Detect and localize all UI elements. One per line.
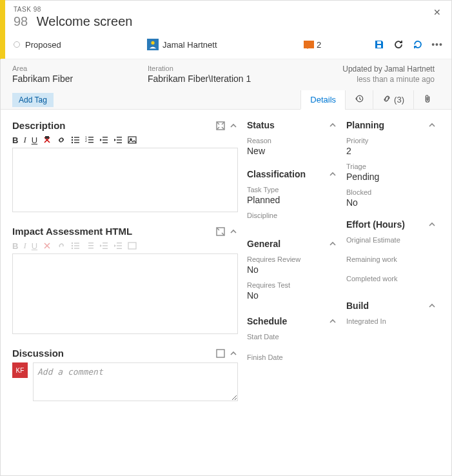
collapse-icon[interactable]	[328, 317, 337, 326]
attachment-icon	[423, 94, 432, 105]
svg-rect-40	[217, 350, 224, 357]
svg-rect-37	[117, 245, 122, 246]
tasktype-value[interactable]: Planned	[247, 195, 337, 205]
priority-value[interactable]: 2	[346, 146, 437, 156]
updated-time: less than a minute ago	[283, 75, 435, 84]
close-icon[interactable]: ✕	[433, 7, 441, 17]
reason-value[interactable]: New	[247, 146, 337, 156]
integrated-label: Integrated In	[346, 317, 437, 325]
svg-rect-17	[103, 143, 108, 143]
remove-format-button[interactable]	[43, 241, 52, 250]
collapse-icon[interactable]	[427, 301, 437, 310]
svg-rect-32	[88, 248, 93, 248]
avatar-icon	[147, 39, 159, 50]
underline-button[interactable]: U	[32, 241, 37, 251]
state-dot-icon	[14, 41, 20, 48]
italic-button[interactable]: I	[23, 135, 26, 145]
description-toolbar: B I U 12	[12, 135, 238, 145]
bullet-list-button[interactable]	[71, 135, 80, 144]
number-list-button[interactable]	[85, 241, 94, 250]
indent-button[interactable]	[113, 241, 123, 250]
tab-links[interactable]: (3)	[373, 90, 413, 109]
collapse-icon[interactable]	[229, 121, 238, 130]
italic-button[interactable]: I	[23, 241, 26, 251]
fullscreen-icon[interactable]	[216, 349, 225, 358]
svg-point-6	[72, 142, 73, 143]
svg-rect-21	[128, 137, 136, 143]
status-header: Status	[247, 120, 337, 130]
refresh-icon[interactable]	[393, 39, 404, 50]
svg-rect-34	[103, 245, 108, 246]
tab-attachments[interactable]	[413, 90, 441, 109]
svg-rect-39	[128, 243, 136, 249]
number-list-button[interactable]: 12	[85, 135, 94, 144]
bullet-list-button[interactable]	[71, 241, 80, 250]
classification-header: Classification	[247, 169, 337, 179]
state-dropdown[interactable]: Proposed	[25, 40, 61, 50]
fullscreen-icon[interactable]	[216, 121, 225, 130]
link-icon	[382, 94, 391, 105]
svg-text:2: 2	[85, 139, 87, 143]
reason-label: Reason	[247, 137, 337, 144]
comment-input[interactable]	[33, 362, 238, 401]
svg-point-24	[72, 243, 73, 244]
collapse-icon[interactable]	[229, 227, 238, 236]
area-label: Area	[12, 64, 141, 72]
comment-icon	[304, 41, 314, 48]
save-icon[interactable]	[374, 39, 384, 50]
add-tag-button[interactable]: Add Tag	[12, 93, 54, 107]
assignee-picker[interactable]: Jamal Hartnett	[147, 39, 217, 50]
history-icon	[355, 94, 364, 105]
area-value[interactable]: Fabrikam Fiber	[12, 74, 141, 84]
startdate-label: Start Date	[247, 333, 337, 341]
svg-point-4	[72, 137, 73, 138]
undo-icon[interactable]	[413, 39, 423, 50]
underline-button[interactable]: U	[32, 135, 37, 145]
image-button[interactable]	[128, 135, 137, 144]
collapse-icon[interactable]	[328, 121, 337, 130]
outdent-button[interactable]	[99, 241, 108, 250]
tab-history[interactable]	[345, 90, 373, 109]
priority-label: Priority	[346, 137, 437, 144]
triage-value[interactable]: Pending	[346, 172, 437, 182]
fullscreen-icon[interactable]	[216, 227, 225, 236]
svg-rect-20	[117, 143, 122, 143]
remaining-label: Remaining work	[346, 255, 437, 263]
comments-link[interactable]: 2	[304, 40, 321, 50]
bold-button[interactable]: B	[12, 241, 18, 251]
svg-rect-18	[117, 137, 122, 137]
bold-button[interactable]: B	[12, 135, 18, 145]
blocked-value[interactable]: No	[346, 197, 437, 208]
collapse-icon[interactable]	[427, 121, 437, 130]
svg-rect-8	[74, 139, 79, 140]
svg-rect-28	[74, 245, 79, 246]
assignee-name: Jamal Hartnett	[162, 40, 217, 50]
reqreview-value[interactable]: No	[247, 264, 337, 275]
svg-point-25	[72, 245, 73, 246]
collapse-icon[interactable]	[328, 239, 337, 248]
description-editor[interactable]	[12, 148, 238, 212]
svg-rect-33	[103, 243, 108, 243]
discipline-label: Discipline	[247, 212, 337, 219]
triage-label: Triage	[346, 163, 437, 170]
indent-button[interactable]	[113, 135, 123, 144]
origest-label: Original Estimate	[346, 236, 437, 244]
svg-rect-19	[117, 139, 122, 140]
remove-format-button[interactable]	[43, 135, 52, 144]
user-avatar-badge: KF	[12, 362, 28, 378]
svg-rect-36	[117, 243, 122, 243]
tab-details[interactable]: Details	[300, 90, 345, 110]
link-button[interactable]	[57, 241, 66, 250]
link-button[interactable]	[57, 135, 66, 144]
svg-rect-31	[88, 245, 93, 246]
collapse-icon[interactable]	[427, 220, 437, 229]
more-actions-icon[interactable]: •••	[432, 39, 442, 50]
impact-editor[interactable]	[12, 253, 238, 334]
outdent-button[interactable]	[99, 135, 108, 144]
image-button[interactable]	[128, 241, 137, 250]
collapse-icon[interactable]	[328, 170, 337, 179]
reqtest-value[interactable]: No	[247, 290, 337, 301]
iteration-value[interactable]: Fabrikam Fiber\Iteration 1	[148, 74, 277, 84]
title-row[interactable]: 98 Welcome screen	[14, 14, 441, 29]
collapse-icon[interactable]	[229, 349, 238, 358]
